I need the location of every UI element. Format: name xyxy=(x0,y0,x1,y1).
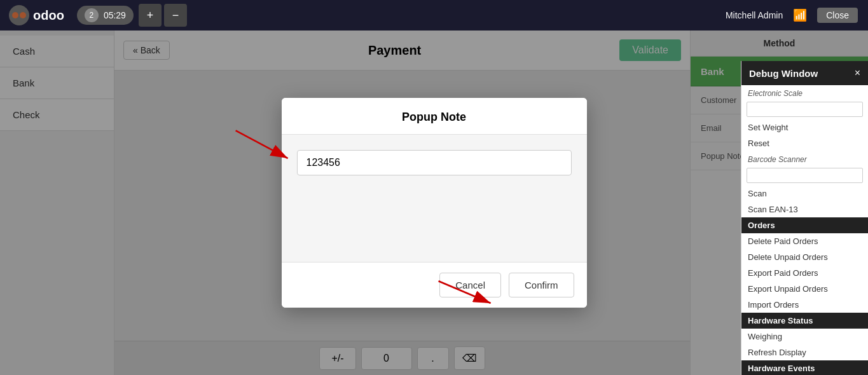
export-paid-orders-button[interactable]: Export Paid Orders xyxy=(741,265,868,281)
weighing-button[interactable]: Weighing xyxy=(741,329,868,344)
svg-point-0 xyxy=(9,5,29,25)
svg-point-2 xyxy=(20,12,26,18)
add-order-button[interactable]: + xyxy=(139,4,162,27)
topbar-icons: + − xyxy=(139,4,187,27)
import-orders-button[interactable]: Import Orders xyxy=(741,297,868,313)
orders-header: Orders xyxy=(741,217,868,233)
confirm-button[interactable]: Confirm xyxy=(509,273,574,297)
minus-button[interactable]: − xyxy=(164,4,187,27)
odoo-logo: odoo xyxy=(0,4,72,27)
electronic-scale-label: Electronic Scale xyxy=(741,85,868,99)
debug-close-button[interactable]: × xyxy=(855,67,860,79)
delete-paid-orders-button[interactable]: Delete Paid Orders xyxy=(741,233,868,249)
logo-text: odoo xyxy=(33,8,64,23)
svg-line-5 xyxy=(236,130,288,158)
debug-title-bar: Debug Window × xyxy=(741,61,868,85)
topbar-right: Mitchell Admin 📶 Close xyxy=(726,8,868,23)
close-button[interactable]: Close xyxy=(817,8,858,23)
order-badge: 2 05:29 xyxy=(77,6,134,25)
reset-button[interactable]: Reset xyxy=(741,135,868,151)
scale-input[interactable] xyxy=(747,102,863,117)
barcode-scanner-label: Barcode Scanner xyxy=(741,151,868,165)
export-unpaid-orders-button[interactable]: Export Unpaid Orders xyxy=(741,281,868,297)
popup-note-input[interactable] xyxy=(297,150,572,175)
modal-overlay: Popup Note Cancel Confirm xyxy=(0,31,868,375)
wifi-icon: 📶 xyxy=(793,8,807,22)
main-area: Cash Bank Check « Back Payment Validate … xyxy=(0,31,868,375)
popup-note-modal: Popup Note Cancel Confirm xyxy=(282,98,587,308)
cancel-button[interactable]: Cancel xyxy=(439,273,501,297)
order-number: 2 xyxy=(85,8,99,22)
delete-unpaid-orders-button[interactable]: Delete Unpaid Orders xyxy=(741,249,868,265)
user-name: Mitchell Admin xyxy=(726,10,783,20)
scan-ean13-button[interactable]: Scan EAN-13 xyxy=(741,201,868,217)
set-weight-button[interactable]: Set Weight xyxy=(741,119,868,135)
scan-button[interactable]: Scan xyxy=(741,186,868,201)
debug-window: Debug Window × Electronic Scale Set Weig… xyxy=(741,61,868,375)
order-time: 05:29 xyxy=(104,10,126,20)
refresh-display-button[interactable]: Refresh Display xyxy=(741,344,868,360)
modal-footer: Cancel Confirm xyxy=(282,262,587,308)
debug-window-title: Debug Window xyxy=(749,68,818,79)
topbar: odoo 2 05:29 + − Mitchell Admin 📶 Close xyxy=(0,0,868,31)
modal-title: Popup Note xyxy=(282,98,587,135)
hardware-events-header: Hardware Events xyxy=(741,360,868,375)
modal-body xyxy=(282,135,587,262)
svg-point-1 xyxy=(12,12,18,18)
barcode-input[interactable] xyxy=(747,168,863,183)
hardware-status-header: Hardware Status xyxy=(741,313,868,329)
